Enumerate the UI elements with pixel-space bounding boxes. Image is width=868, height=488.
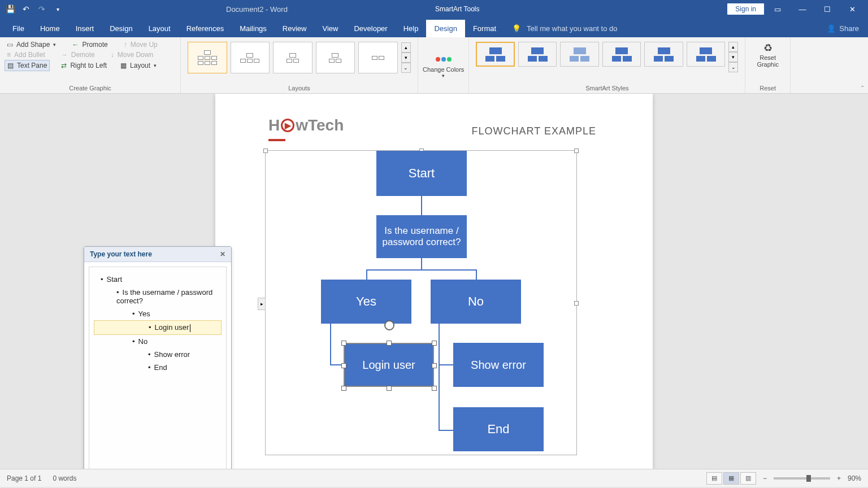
close-icon[interactable]: ✕ [220,250,225,258]
expand-icon[interactable]: ⌄ [401,63,411,73]
zoom-level[interactable]: 90% [848,474,861,482]
scroll-down-icon[interactable]: ▾ [728,52,738,62]
word-count[interactable]: 0 words [53,474,76,482]
tab-file[interactable]: File [5,20,32,37]
minimize-icon[interactable]: — [791,1,814,17]
logo-underline [268,139,285,141]
layout-scroll[interactable]: ▴▾⌄ [401,42,411,73]
tab-insert[interactable]: Insert [68,20,102,37]
flowchart-yes-box[interactable]: Yes [321,280,411,324]
layout-option-4[interactable] [316,42,355,73]
layout-option-5[interactable] [358,42,398,73]
zoom-in-icon[interactable]: + [837,474,841,482]
change-colors-label: Change Colors [423,66,464,73]
qat-more-icon[interactable]: ▾ [52,3,63,15]
sign-in-button[interactable]: Sign in [727,3,764,15]
text-pane-button[interactable]: ▤Text Pane [5,60,50,71]
redo-icon[interactable]: ↷ [36,3,47,15]
layout-dropdown-button[interactable]: ▦Layout▾ [118,60,159,71]
selection-handle[interactable] [432,386,437,391]
style-option-3[interactable] [560,42,598,67]
style-option-2[interactable] [518,42,557,67]
style-option-5[interactable] [644,42,683,67]
flowchart-question-box[interactable]: Is the username / password correct? [376,215,467,258]
text-item-start[interactable]: Start [94,273,222,286]
layout-option-3[interactable] [273,42,313,73]
right-to-left-button[interactable]: ⇄Right to Left [59,60,109,71]
selection-handle[interactable] [341,341,346,346]
flowchart-start-box[interactable]: Start [376,151,467,196]
resize-handle[interactable] [574,301,579,306]
selection-handle[interactable] [387,386,392,391]
layout-org-chart[interactable] [188,42,227,73]
tab-smartart-format[interactable]: Format [465,20,504,37]
print-layout-icon[interactable]: ▦ [723,472,739,485]
scroll-down-icon[interactable]: ▾ [401,53,411,63]
tab-review[interactable]: Review [275,20,315,37]
zoom-thumb[interactable] [806,475,811,482]
tab-design[interactable]: Design [102,20,140,37]
flowchart-end-box[interactable]: End [453,407,544,451]
zoom-slider[interactable] [774,477,830,480]
tab-help[interactable]: Help [396,20,427,37]
tab-layout[interactable]: Layout [141,20,179,37]
style-scroll[interactable]: ▴▾⌄ [728,42,738,72]
text-pane[interactable]: Type your text here ✕ Start Is the usern… [84,246,232,469]
web-layout-icon[interactable]: ▥ [740,472,756,485]
tell-me-search[interactable]: 💡 Tell me what you want to do [504,20,625,37]
share-button[interactable]: 👤 Share [818,20,868,37]
change-colors-button[interactable]: Change Colors ▾ [418,37,468,93]
tab-view[interactable]: View [314,20,346,37]
text-pane-body[interactable]: Start Is the username / password correct… [89,267,227,469]
rotation-handle[interactable] [384,320,394,330]
connector [421,196,422,215]
resize-handle[interactable] [574,149,579,153]
tab-home[interactable]: Home [32,20,68,37]
scroll-up-icon[interactable]: ▴ [401,42,411,53]
connector [439,324,440,431]
tab-smartart-design[interactable]: Design [426,20,465,37]
page[interactable]: H ▶ wTech FLOWCHART EXAMPLE ▸ Start [215,94,653,469]
smartart-container[interactable]: ▸ Start Is the username / password corre… [265,150,577,455]
scroll-up-icon[interactable]: ▴ [728,42,738,52]
reset-graphic-button[interactable]: ♻ Reset Graphic [750,40,785,70]
page-indicator[interactable]: Page 1 of 1 [7,474,41,482]
add-shape-button[interactable]: ▭Add Shape▾ [5,40,58,50]
read-mode-icon[interactable]: ▤ [706,472,722,485]
text-item-no[interactable]: No [94,335,222,348]
selection-handle[interactable] [432,363,437,368]
undo-icon[interactable]: ↶ [20,3,32,15]
selection-handle[interactable] [432,341,437,346]
ribbon-display-icon[interactable]: ▭ [766,1,789,17]
tab-mailings[interactable]: Mailings [232,20,275,37]
layout-option-2[interactable] [231,42,270,73]
flowchart-no-box[interactable]: No [431,280,521,324]
heading-text: FLOWCHART EXAMPLE [472,125,596,137]
move-up-button: ↑Move Up [121,40,160,50]
zoom-out-icon[interactable]: − [763,474,767,482]
text-item-question[interactable]: Is the username / password correct? [94,286,222,307]
text-item-login[interactable]: Login user [94,320,222,335]
text-item-show-error[interactable]: Show error [94,348,222,361]
promote-button[interactable]: ←Promote [70,40,110,50]
save-icon[interactable]: 💾 [5,3,16,15]
style-option-1[interactable] [476,42,515,67]
text-item-yes[interactable]: Yes [94,307,222,320]
style-option-4[interactable] [602,42,641,67]
arrow-up-icon: ↑ [124,41,127,49]
tab-developer[interactable]: Developer [346,20,395,37]
style-option-6[interactable] [687,42,725,67]
flowchart-show-error-box[interactable]: Show error [453,343,544,387]
selection-handle[interactable] [341,386,346,391]
close-icon[interactable]: ✕ [841,1,863,17]
flowchart-login-box[interactable]: Login user [344,343,434,387]
selection-handle[interactable] [387,341,392,346]
maximize-icon[interactable]: ☐ [816,1,839,17]
expand-text-pane-icon[interactable]: ▸ [258,298,266,310]
selection-handle[interactable] [341,363,346,368]
collapse-ribbon-icon[interactable]: ⌃ [860,85,865,91]
text-item-end[interactable]: End [94,361,222,374]
resize-handle[interactable] [263,149,268,153]
tab-references[interactable]: References [179,20,232,37]
expand-icon[interactable]: ⌄ [728,62,738,72]
